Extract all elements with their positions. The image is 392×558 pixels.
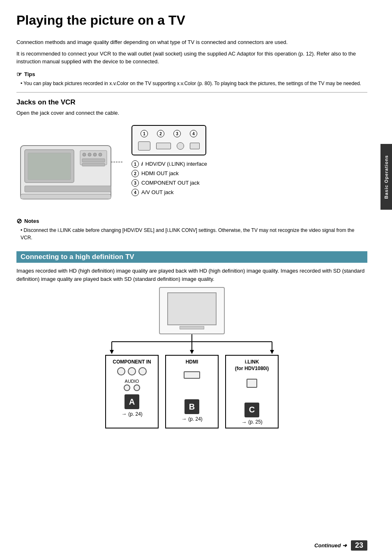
audio-port-r [134, 384, 140, 391]
jack-num-2: 2 [131, 170, 139, 177]
page-number-bar: Continued ➜ 23 [314, 540, 367, 551]
sidebar-label: Basic Operations [384, 155, 389, 199]
comp-in-title: COMPONENT IN [113, 359, 151, 365]
ilink-square-port [247, 379, 257, 388]
comp-port-3 [138, 367, 147, 375]
badge-c: C [244, 403, 259, 417]
jack-label-1: HDV/DV (i.LINK) interface [145, 161, 207, 167]
notes-bullet: • Disconnect the i.LINK cable before cha… [21, 227, 367, 241]
page-number: 23 [351, 540, 367, 551]
svg-rect-3 [80, 150, 107, 165]
ilink-title: i.LINK(for HDV1080i) [235, 359, 269, 372]
conn-box-c: i.LINK(for HDV1080i) C → (p. 25) [225, 355, 279, 428]
svg-rect-10 [25, 186, 111, 192]
svg-rect-11 [21, 194, 111, 199]
svg-point-4 [83, 153, 86, 156]
svg-marker-16 [110, 350, 114, 354]
tips-bullet: • You can play back pictures recorded in… [21, 80, 367, 87]
notes-label: Notes [24, 218, 39, 224]
intro-text-1: Connection methods and image quality dif… [16, 38, 367, 46]
ref-c: → (p. 25) [241, 419, 263, 425]
conn-boxes-flex: COMPONENT IN AUDIO A → (p. 24) [105, 355, 279, 428]
component-port [177, 142, 184, 150]
arrow-right-c: → [241, 419, 247, 425]
connector-icons [138, 141, 200, 150]
component-ports [117, 367, 147, 375]
tips-icon: ☞ [16, 71, 22, 78]
sidebar-tab: Basic Operations [380, 144, 392, 210]
jack-num-3: 3 [131, 179, 139, 187]
hdmi-port [156, 143, 171, 149]
page-container: Basic Operations Playing the picture on … [0, 0, 392, 558]
arrow-right-a: → [121, 411, 127, 417]
tv-illustration [159, 287, 225, 334]
tips-label: Tips [24, 71, 35, 77]
intro-text-2: It is recommended to connect your VCR to… [16, 50, 367, 66]
notes-header: ⊘ Notes [16, 217, 367, 225]
continued-label: Continued ➜ [314, 542, 347, 549]
hdmi-title: HDMI [186, 359, 198, 365]
av-port [190, 143, 200, 149]
badge-a: A [125, 394, 139, 409]
num-3: 3 [173, 130, 181, 137]
audio-label: AUDIO [125, 379, 139, 384]
svg-point-6 [93, 153, 97, 156]
hd-diagram: COMPONENT IN AUDIO A → (p. 24) [16, 287, 367, 428]
num-2: 2 [157, 130, 164, 137]
tv-screen [167, 292, 217, 325]
comp-port-2 [128, 367, 136, 375]
arrow-right-b: → [181, 416, 187, 422]
hd-section-header: Connecting to a high definition TV [16, 251, 367, 263]
badge-b: B [184, 399, 199, 414]
svg-rect-2 [28, 153, 71, 180]
hdmi-rect-port [184, 371, 200, 379]
jack-right: 1 2 3 4 1 i HDV/DV (i.LINK) interface [131, 121, 367, 198]
ref-c-text: (p. 25) [248, 419, 263, 425]
notes-section: ⊘ Notes • Disconnect the i.LINK cable be… [16, 217, 367, 241]
conn-box-a: COMPONENT IN AUDIO A → (p. 24) [105, 355, 159, 428]
ilink-port [138, 141, 150, 150]
jack-list: 1 i HDV/DV (i.LINK) interface 2 HDMI OUT… [131, 160, 207, 198]
svg-point-5 [88, 153, 91, 156]
connector-numbers: 1 2 3 4 [141, 130, 197, 137]
tv-arrows-svg [73, 334, 311, 355]
jacks-section-header: Jacks on the VCR [16, 98, 367, 107]
conn-box-b: HDMI B → (p. 24) [165, 355, 219, 428]
connector-box: 1 2 3 4 [131, 125, 206, 155]
tv-stand [180, 326, 204, 329]
jack-num-1: 1 [131, 160, 139, 168]
jack-item-2: 2 HDMI OUT jack [131, 170, 207, 177]
notes-icon: ⊘ [16, 217, 22, 225]
jack-item-3: 3 COMPONENT OUT jack [131, 179, 207, 187]
jacks-desc: Open the jack cover and connect the cabl… [16, 109, 367, 117]
jack-label-3: COMPONENT OUT jack [141, 180, 200, 186]
ref-a: → (p. 24) [121, 411, 143, 417]
audio-ports [124, 384, 140, 391]
svg-rect-9 [82, 163, 105, 166]
jack-item-1: 1 i HDV/DV (i.LINK) interface [131, 160, 207, 168]
jack-label-2: HDMI OUT jack [141, 170, 179, 176]
svg-rect-8 [82, 159, 105, 162]
svg-point-7 [99, 153, 102, 156]
tips-header: ☞ Tips [16, 71, 367, 78]
svg-marker-20 [270, 350, 274, 354]
jack-diagram: 1 2 3 4 1 i HDV/DV (i.LINK) interface [16, 121, 367, 211]
jack-num-4: 4 [131, 189, 139, 196]
tv-section [159, 287, 225, 334]
svg-marker-18 [190, 350, 194, 354]
ref-b-text: (p. 24) [188, 416, 203, 422]
hd-section-body: Images recorded with HD (high definition… [16, 267, 367, 283]
jack-item-4: 4 A/V OUT jack [131, 189, 207, 196]
audio-port-l [124, 384, 130, 391]
comp-port-1 [117, 367, 125, 375]
vcr-illustration [16, 121, 123, 211]
section-divider [16, 92, 367, 93]
jack-label-4: A/V OUT jack [141, 189, 174, 195]
jack-icon-i: i [141, 161, 143, 167]
ref-a-text: (p. 24) [128, 411, 143, 417]
page-title: Playing the picture on a TV [16, 12, 367, 28]
ref-b: → (p. 24) [181, 416, 203, 422]
tips-section: ☞ Tips • You can play back pictures reco… [16, 71, 367, 87]
num-4: 4 [190, 130, 197, 137]
num-1: 1 [141, 130, 148, 137]
